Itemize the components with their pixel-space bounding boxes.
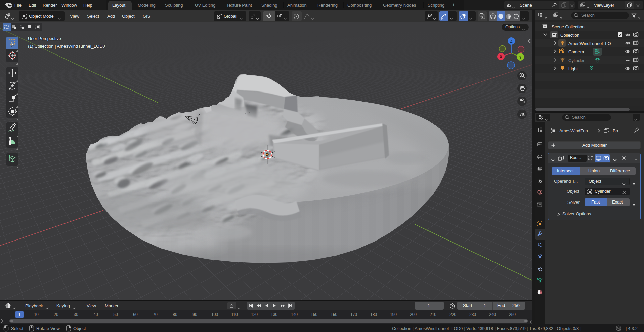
svg-text:Y: Y xyxy=(519,55,522,60)
svg-text:X: X xyxy=(500,54,502,59)
svg-text:Z: Z xyxy=(510,39,512,44)
